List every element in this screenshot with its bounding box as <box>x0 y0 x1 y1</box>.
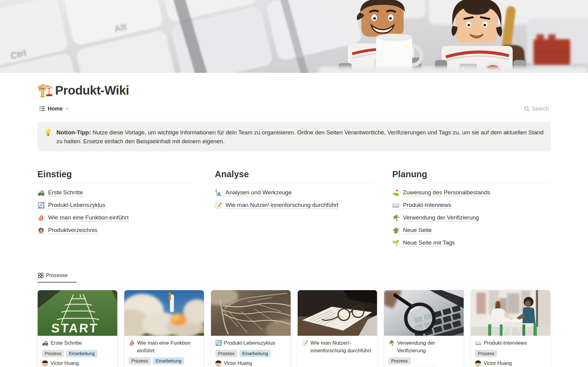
card-produkt-lebenszyklus[interactable]: 🔄 Produkt-Lebenszyklus Prozess Einarbeit… <box>211 290 291 367</box>
sailboat-emoji-icon: ⛵ <box>129 339 135 354</box>
open-book-emoji-icon: 📖 <box>475 339 481 347</box>
page-content: 🏗️ Produkt-Wiki Home Search 💡 N <box>37 82 551 367</box>
link-columns: Einstieg 🚜 Erste Schritte 🔄 Produkt-Lebe… <box>37 169 551 249</box>
foreground-keys <box>318 67 588 73</box>
card-cover-river-delta <box>211 290 291 336</box>
page-title: 🏗️ Produkt-Wiki <box>37 82 551 99</box>
card-title: 📖 Produkt-Interviews <box>475 339 546 347</box>
card-cover-rocket-launch <box>124 290 204 336</box>
memo-emoji-icon: 📝 <box>302 339 308 354</box>
cover-illustration: Ctrl Alt <box>0 0 588 73</box>
card-title: 🚜 Erste Schritte <box>42 339 113 347</box>
search-label: Search <box>532 106 549 112</box>
card-tags: Prozess Einarbeitung <box>215 350 286 358</box>
card-tags: Prozess Einarbeitung <box>129 357 200 365</box>
card-cover-start-field: 1 START <box>38 290 117 336</box>
column-analyse-title: Analyse <box>215 169 373 183</box>
svg-text:1: 1 <box>79 293 81 298</box>
arrows-cycle-emoji-icon: 🔄 <box>37 202 45 209</box>
card-verifizierung[interactable]: 🌴 Verwendung der Verifizierung Prozess T… <box>384 290 464 367</box>
memo-emoji-icon: 📝 <box>215 202 222 209</box>
page-link-produkt-interviews[interactable]: 📖 Produkt-Interviews <box>392 199 451 212</box>
card-person: Victor Huang <box>42 360 113 366</box>
page-link-produkt-lebenszyklus[interactable]: 🔄 Produkt-Lebenszyklus <box>37 199 105 212</box>
arrows-cycle-emoji-icon: 🔄 <box>215 339 222 347</box>
tab-home[interactable]: Home <box>37 104 71 113</box>
page-link-produktverzeichnis[interactable]: 🧑‍🚀 Produktverzeichnis <box>37 224 97 237</box>
page-link-funktion-einfuehren[interactable]: ⛵ Wie man eine Funktion einführt <box>37 212 129 224</box>
search-icon <box>524 106 530 112</box>
tag-prozess: Prozess <box>129 357 151 365</box>
page-title-text: Produkt-Wiki <box>55 82 129 98</box>
tag-prozess: Prozess <box>475 350 497 358</box>
avatar <box>42 360 48 366</box>
palm-tree-emoji-icon: 🌴 <box>392 214 400 221</box>
card-funktion-einfuehren[interactable]: ⛵ Wie man eine Funktion einführt Prozess… <box>124 290 204 367</box>
column-planung-title: Planung <box>392 169 551 183</box>
notion-tip-callout: 💡 Notion-Tipp: Nutze diese Vorlage, um w… <box>37 122 551 152</box>
page-link-neue-seite-tags[interactable]: 🌱 Neue Seite mit Tags <box>392 237 455 249</box>
tab-prozesse[interactable]: Prozesse <box>37 271 77 283</box>
card-title: 🔄 Produkt-Lebenszyklus <box>215 339 286 347</box>
card-tags: Prozess <box>475 350 546 358</box>
page-link-verifizierung[interactable]: 🌴 Verwendung der Verifizierung <box>392 212 479 224</box>
card-cover-magnifier-keyboard <box>384 290 464 336</box>
card-person: Victor Huang <box>475 360 546 366</box>
prozesse-section: Prozesse <box>37 271 551 367</box>
card-produkt-interviews[interactable]: 📖 Produkt-Interviews Prozess Victor Huan… <box>470 290 551 367</box>
astronaut-emoji-icon: 🧑‍🚀 <box>37 227 45 234</box>
tag-einarbeitung: Einarbeitung <box>66 350 97 358</box>
gallery-cards: 1 START 🚜 Erste Schritte Prozess Einarbe… <box>37 290 551 367</box>
column-einstieg-title: Einstieg <box>37 169 196 183</box>
sailboat-emoji-icon: ⛵ <box>37 214 45 221</box>
page-link-personalbestand[interactable]: ⛳ Zuweisung des Personalbestands <box>392 186 490 199</box>
card-tags: Prozess Einarbeitung <box>42 350 113 358</box>
crane-emoji-icon: 🏗️ <box>37 82 53 99</box>
tractor-emoji-icon: 🚜 <box>37 189 45 196</box>
page-link-erste-schritte[interactable]: 🚜 Erste Schritte <box>37 186 83 199</box>
column-einstieg: Einstieg 🚜 Erste Schritte 🔄 Produkt-Lebe… <box>37 169 196 249</box>
card-erste-schritte[interactable]: 1 START 🚜 Erste Schritte Prozess Einarbe… <box>37 290 118 367</box>
gallery-view-icon <box>38 273 43 278</box>
card-title: 📝 Wie man Nutzer/-innenforschung durchfü… <box>302 339 373 354</box>
avatar <box>475 360 481 366</box>
svg-text:START: START <box>51 321 99 335</box>
cover-image: Ctrl Alt <box>0 0 588 73</box>
tab-home-label: Home <box>48 106 63 112</box>
callout-lead: Notion-Tipp: <box>56 129 91 136</box>
page-link-neue-seite[interactable]: 🪴 Neue Seite <box>392 224 432 237</box>
callout-body: Nutze diese Vorlage, um wichtige Informa… <box>56 129 544 144</box>
search-button[interactable]: Search <box>522 104 551 113</box>
card-tags: Prozess Technischer Support <box>388 357 459 367</box>
card-title: ⛵ Wie man eine Funktion einführt <box>129 339 200 354</box>
page-link-analysen-werkzeuge[interactable]: 🗽 Analysen und Werkzeuge <box>215 186 292 199</box>
card-title: 🌴 Verwendung der Verifizierung <box>388 339 459 354</box>
potted-plant-emoji-icon: 🪴 <box>392 227 400 234</box>
column-analyse: Analyse 🗽 Analysen und Werkzeuge 📝 Wie m… <box>215 169 373 249</box>
avatar <box>215 360 221 366</box>
open-book-emoji-icon: 📖 <box>392 202 400 209</box>
column-planung: Planung ⛳ Zuweisung des Personalbestands… <box>392 169 551 249</box>
view-bar: Home Search <box>37 102 551 116</box>
lightbulb-emoji-icon: 💡 <box>44 128 52 146</box>
card-nutzerforschung[interactable]: 📝 Wie man Nutzer/-innenforschung durchfü… <box>297 290 378 367</box>
tab-prozesse-label: Prozesse <box>46 272 68 279</box>
tag-einarbeitung: Einarbeitung <box>153 357 184 365</box>
gallery-tab-bar: Prozesse <box>37 271 551 283</box>
seedling-emoji-icon: 🌱 <box>392 239 400 246</box>
tag-prozess: Prozess <box>42 350 64 358</box>
tag-einarbeitung: Einarbeitung <box>239 350 271 358</box>
callout-text: Notion-Tipp: Nutze diese Vorlage, um wic… <box>56 128 544 146</box>
card-cover-notebook-glasses <box>298 290 377 336</box>
card-person: Victor Huang <box>215 360 286 366</box>
card-cover-interview-table <box>471 290 550 336</box>
golf-flag-emoji-icon: ⛳ <box>392 189 400 196</box>
page-link-nutzerforschung[interactable]: 📝 Wie man Nutzer/-innenforschung durchfü… <box>215 199 338 212</box>
tractor-emoji-icon: 🚜 <box>42 339 48 347</box>
palm-tree-emoji-icon: 🌴 <box>388 339 395 354</box>
tag-prozess: Prozess <box>388 357 410 365</box>
chevron-down-icon <box>65 107 70 111</box>
list-view-icon <box>39 106 45 112</box>
tag-prozess: Prozess <box>215 350 237 358</box>
statue-emoji-icon: 🗽 <box>215 189 222 196</box>
